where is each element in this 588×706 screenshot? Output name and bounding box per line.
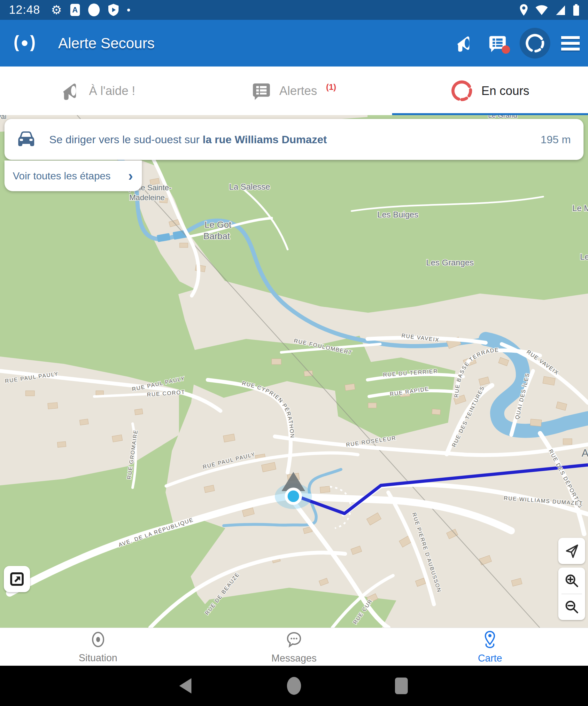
instruction-text: Se diriger vers le sud-ouest sur la rue … bbox=[49, 133, 327, 146]
locate-button[interactable] bbox=[558, 538, 585, 564]
tab-en-cours[interactable]: En cours bbox=[392, 67, 588, 115]
back-triangle-icon[interactable] bbox=[166, 666, 205, 706]
road-name: la rue Williams Dumazet bbox=[203, 133, 327, 146]
map-place-label: La Salesse bbox=[229, 182, 270, 192]
map-place-label: Les Buiges bbox=[377, 210, 419, 219]
spinner-icon bbox=[524, 33, 546, 54]
location-icon bbox=[519, 3, 529, 16]
tab-a-laide[interactable]: À l'aide ! bbox=[0, 67, 196, 115]
fullscreen-button[interactable] bbox=[4, 566, 30, 592]
external-link-icon bbox=[9, 571, 25, 587]
tab-alertes[interactable]: Alertes (1) bbox=[196, 67, 392, 115]
map-place-label: Le Marc bbox=[572, 203, 588, 213]
megaphone-button[interactable] bbox=[453, 32, 475, 54]
zoom-in-icon bbox=[563, 572, 580, 589]
gear-icon: ⚙ bbox=[51, 4, 62, 16]
distance-to-step: 195 m bbox=[541, 133, 571, 146]
status-notification-icons: ⚙ A bbox=[51, 3, 130, 16]
dot-icon bbox=[127, 9, 130, 11]
map-pin-icon bbox=[480, 630, 499, 649]
navigation-instruction-card[interactable]: Se diriger vers le sud-ouest sur la rue … bbox=[4, 119, 584, 160]
map-place-label: Les Granges bbox=[426, 258, 474, 267]
situation-target-icon bbox=[89, 631, 107, 649]
unread-badge bbox=[502, 45, 510, 54]
messages-button[interactable] bbox=[487, 32, 509, 54]
nav-situation[interactable]: Situation bbox=[0, 628, 196, 666]
map-place-label: val bbox=[0, 115, 6, 121]
app-title: Alerte Secours bbox=[58, 35, 155, 52]
nav-carte[interactable]: Carte bbox=[392, 628, 588, 666]
alert-count-badge: (1) bbox=[326, 82, 336, 92]
map-place-label: Barbat bbox=[204, 231, 230, 241]
map[interactable]: valLe GrandLa Salessepelle Sainte-Madele… bbox=[0, 115, 588, 628]
messages-bubble-icon bbox=[285, 630, 303, 649]
nav-messages[interactable]: Messages bbox=[196, 628, 392, 666]
alerte-secours-app: 12:48 ⚙ A bbox=[0, 0, 588, 706]
signal-icon bbox=[555, 3, 566, 16]
map-place-label: Au bbox=[582, 447, 588, 459]
map-area: valLe GrandLa Salessepelle Sainte-Madele… bbox=[0, 115, 588, 628]
status-bar: 12:48 ⚙ A bbox=[0, 0, 588, 20]
map-place-label: Madeleine bbox=[129, 193, 165, 202]
app-bar: Alerte Secours bbox=[0, 20, 588, 67]
zoom-in-button[interactable] bbox=[558, 567, 585, 594]
tab-bar: À l'aide ! Alertes (1) En cours bbox=[0, 67, 588, 115]
shield-play-icon bbox=[108, 3, 119, 16]
app-a-icon: A bbox=[70, 4, 80, 16]
megaphone-icon bbox=[61, 81, 81, 101]
bottom-nav: Situation Messages Carte bbox=[0, 628, 588, 666]
zoom-out-icon bbox=[563, 598, 580, 615]
app-bar-actions bbox=[453, 28, 580, 58]
recents-square-icon[interactable] bbox=[382, 666, 421, 706]
android-navigation-bar bbox=[0, 666, 588, 706]
circle-icon bbox=[88, 3, 100, 16]
navigation-arrow-icon bbox=[563, 543, 580, 559]
ongoing-alert-button[interactable] bbox=[519, 28, 550, 58]
beacon-logo-icon bbox=[12, 33, 37, 53]
spinner-red-icon bbox=[451, 80, 473, 102]
zoom-out-button[interactable] bbox=[558, 594, 585, 620]
status-system-icons bbox=[519, 3, 580, 16]
battery-icon bbox=[573, 3, 580, 16]
clock: 12:48 bbox=[9, 3, 40, 16]
zoom-controls bbox=[558, 567, 585, 620]
wifi-icon bbox=[535, 3, 548, 16]
home-circle-icon[interactable] bbox=[275, 666, 313, 706]
chat-list-icon bbox=[252, 81, 271, 101]
map-place-label: Le Got bbox=[205, 220, 232, 230]
car-icon bbox=[16, 129, 36, 150]
map-place-label: Les bbox=[580, 252, 588, 262]
all-steps-link[interactable]: Voir toutes les étapes › bbox=[4, 160, 142, 191]
menu-icon[interactable] bbox=[561, 36, 580, 50]
